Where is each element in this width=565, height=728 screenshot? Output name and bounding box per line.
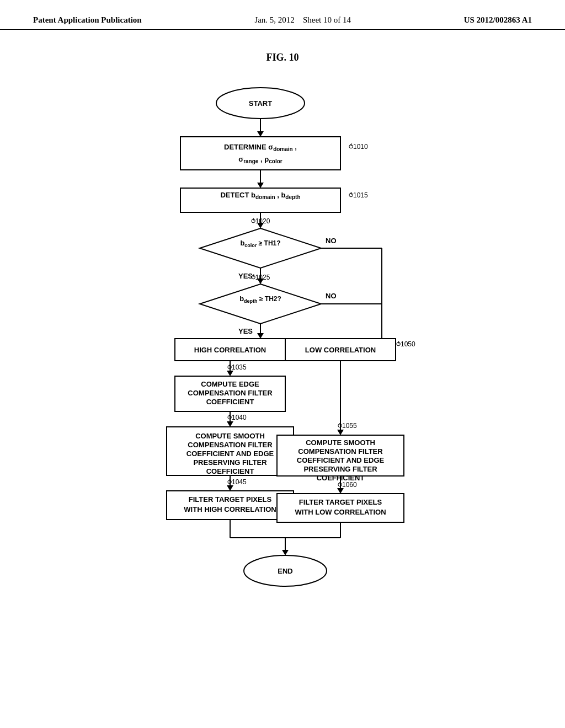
svg-text:COMPENSATION FILTER: COMPENSATION FILTER <box>188 389 273 397</box>
svg-text:⥀1045: ⥀1045 <box>227 478 247 486</box>
svg-text:COEFFICIENT: COEFFICIENT <box>206 398 254 406</box>
svg-marker-72 <box>337 488 344 494</box>
svg-text:FILTER TARGET PIXELS: FILTER TARGET PIXELS <box>299 498 382 506</box>
flowchart-diagram: text { font-family: Arial, sans-serif; f… <box>89 80 476 643</box>
svg-marker-40 <box>227 421 233 427</box>
svg-text:⥀1035: ⥀1035 <box>227 363 247 371</box>
date-sheet: Jan. 5, 2012 Sheet 10 of 14 <box>254 15 351 25</box>
svg-text:WITH HIGH CORRELATION: WITH HIGH CORRELATION <box>184 505 276 513</box>
svg-text:COMPENSATION FILTER: COMPENSATION FILTER <box>188 441 273 449</box>
svg-text:⥀1020: ⥀1020 <box>251 217 270 225</box>
svg-rect-4 <box>180 137 340 170</box>
svg-text:COMPUTE EDGE: COMPUTE EDGE <box>201 380 259 388</box>
publication-label: Patent Application Publication <box>33 15 142 25</box>
svg-text:YES: YES <box>238 327 253 335</box>
svg-text:⥀1010: ⥀1010 <box>349 143 368 151</box>
svg-marker-33 <box>227 371 233 376</box>
svg-text:⥀1040: ⥀1040 <box>227 414 247 421</box>
svg-text:COMPENSATION FILTER: COMPENSATION FILTER <box>298 447 383 456</box>
svg-text:⥀1015: ⥀1015 <box>349 191 368 199</box>
svg-marker-49 <box>227 485 233 491</box>
svg-marker-63 <box>337 430 344 435</box>
svg-rect-10 <box>180 188 340 212</box>
svg-marker-3 <box>257 131 264 137</box>
svg-marker-81 <box>282 550 289 555</box>
svg-marker-27 <box>257 333 264 339</box>
figure-title: FIG. 10 <box>0 52 565 63</box>
svg-marker-9 <box>257 183 264 188</box>
svg-marker-15 <box>200 228 321 268</box>
page-header: Patent Application Publication Jan. 5, 2… <box>0 0 565 30</box>
svg-text:PRESERVING FILTER: PRESERVING FILTER <box>303 465 377 473</box>
svg-text:FILTER TARGET PIXELS: FILTER TARGET PIXELS <box>189 495 272 504</box>
svg-text:⥀1050: ⥀1050 <box>396 340 415 348</box>
svg-text:WITH LOW CORRELATION: WITH LOW CORRELATION <box>295 508 386 516</box>
svg-text:PRESERVING FILTER: PRESERVING FILTER <box>193 458 267 467</box>
svg-text:⥀1025: ⥀1025 <box>251 274 270 281</box>
patent-number: US 2012/002863 A1 <box>464 15 532 25</box>
svg-text:COEFFICIENT AND EDGE: COEFFICIENT AND EDGE <box>186 449 274 458</box>
svg-text:⥀1055: ⥀1055 <box>338 422 357 430</box>
svg-text:LOW CORRELATION: LOW CORRELATION <box>305 346 376 354</box>
svg-text:COMPUTE SMOOTH: COMPUTE SMOOTH <box>306 438 375 447</box>
svg-text:⥀1060: ⥀1060 <box>338 481 357 489</box>
svg-text:NO: NO <box>326 237 337 245</box>
svg-text:END: END <box>278 567 292 575</box>
svg-text:HIGH CORRELATION: HIGH CORRELATION <box>194 346 266 354</box>
svg-text:NO: NO <box>326 292 337 300</box>
svg-text:COEFFICIENT: COEFFICIENT <box>206 467 254 475</box>
svg-text:COMPUTE SMOOTH: COMPUTE SMOOTH <box>195 432 265 440</box>
svg-text:START: START <box>249 99 272 108</box>
svg-marker-22 <box>200 284 321 324</box>
svg-text:COEFFICIENT AND EDGE: COEFFICIENT AND EDGE <box>297 456 385 464</box>
